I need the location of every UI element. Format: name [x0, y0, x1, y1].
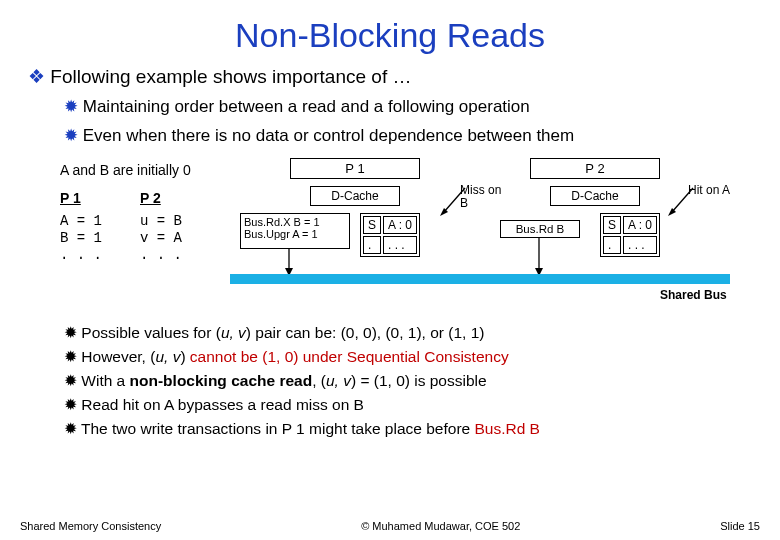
arrow-hit [668, 178, 698, 218]
p1-box: P 1 [290, 158, 420, 179]
bullet-level3: ✹ However, (u, v) cannot be (1, 0) under… [64, 348, 760, 366]
footer-center: © Muhamed Mudawar, COE 502 [361, 520, 520, 532]
text: ) pair can be: (0, 0), (0, 1), or (1, 1) [246, 324, 485, 341]
bullet-level2: ✹ Maintaining order between a read and a… [64, 96, 760, 117]
bullet-level2: ✹ Even when there is no data or control … [64, 125, 760, 146]
p2-dcache: D-Cache [550, 186, 640, 206]
p1-header: P 1 [60, 190, 81, 206]
cell: A : 0 [623, 216, 657, 234]
uv: u, v [326, 372, 351, 389]
red-text: Bus.Rd B [474, 420, 539, 437]
star-icon: ✹ [64, 420, 77, 437]
code-line: . . . [60, 247, 102, 264]
diagram: A and B are initially 0 P 1 P 2 A = 1 B … [60, 158, 760, 318]
bullet2b-text: Even when there is no data or control de… [83, 126, 574, 145]
cell: S [603, 216, 621, 234]
star-icon: ✹ [64, 348, 77, 365]
bullet-level3: ✹ Possible values for (u, v) pair can be… [64, 324, 760, 342]
footer-right: Slide 15 [720, 520, 760, 532]
code-line: . . . [140, 247, 182, 264]
uv: u, v [221, 324, 246, 341]
p2-code: u = B v = A . . . [140, 213, 182, 263]
code-line: A = 1 [60, 213, 102, 230]
diamond-icon: ❖ [28, 66, 45, 87]
p2-header: P 2 [140, 190, 161, 206]
red-text: cannot be (1, 0) under Sequential Consis… [190, 348, 509, 365]
bullet1-text: Following example shows importance of … [50, 66, 411, 87]
star-icon: ✹ [64, 372, 77, 389]
star-icon: ✹ [64, 396, 77, 413]
busupgr-line: Bus.Upgr A = 1 [244, 228, 346, 240]
code-line: v = A [140, 230, 182, 247]
arrow-down [532, 238, 546, 278]
star-icon: ✹ [64, 97, 78, 116]
cell: A : 0 [383, 216, 417, 234]
svg-line-2 [672, 188, 693, 212]
slide-title: Non-Blocking Reads [20, 16, 760, 55]
bullet-level3: ✹ The two write transactions in P 1 migh… [64, 420, 760, 438]
code-line: u = B [140, 213, 182, 230]
busrdx-line: Bus.Rd.X B = 1 [244, 216, 346, 228]
code-line: B = 1 [60, 230, 102, 247]
cell: S [363, 216, 381, 234]
footer-left: Shared Memory Consistency [20, 520, 161, 532]
text: With a [81, 372, 129, 389]
star-icon: ✹ [64, 324, 77, 341]
bold-text: non-blocking cache read [130, 372, 313, 389]
slide: Non-Blocking Reads ❖ Following example s… [0, 0, 780, 540]
p2-cache-table: SA : 0 .. . . [600, 213, 660, 257]
cell: . [363, 236, 381, 254]
p1-writebuf: Bus.Rd.X B = 1 Bus.Upgr A = 1 [240, 213, 350, 249]
bullet-level3: ✹ With a non-blocking cache read, (u, v)… [64, 372, 760, 390]
text: However, ( [81, 348, 155, 365]
footer: Shared Memory Consistency © Muhamed Muda… [20, 520, 760, 532]
bullet-level3: ✹ Read hit on A bypasses a read miss on … [64, 396, 760, 414]
p2-box: P 2 [530, 158, 660, 179]
p1-code: A = 1 B = 1 . . . [60, 213, 102, 263]
uv: u, v [155, 348, 180, 365]
shared-bus-label: Shared Bus [660, 288, 727, 302]
shared-bus [230, 274, 730, 284]
svg-line-0 [444, 188, 465, 212]
cell: . . . [383, 236, 417, 254]
text: The two write transactions in P 1 might … [81, 420, 474, 437]
text: ) [180, 348, 189, 365]
p1-cache-table: SA : 0 .. . . [360, 213, 420, 257]
initial-cond: A and B are initially 0 [60, 162, 191, 178]
text: , ( [312, 372, 326, 389]
p2-busrd: Bus.Rd B [500, 220, 580, 238]
bullet-level1: ❖ Following example shows importance of … [28, 65, 760, 88]
text: Read hit on A bypasses a read miss on B [81, 396, 364, 413]
p1-dcache: D-Cache [310, 186, 400, 206]
cell: . . . [623, 236, 657, 254]
cell: . [603, 236, 621, 254]
arrow-miss [440, 178, 470, 218]
bullet2a-text: Maintaining order between a read and a f… [83, 97, 530, 116]
text: Possible values for ( [81, 324, 221, 341]
text: ) = (1, 0) is possible [351, 372, 487, 389]
star-icon: ✹ [64, 126, 78, 145]
